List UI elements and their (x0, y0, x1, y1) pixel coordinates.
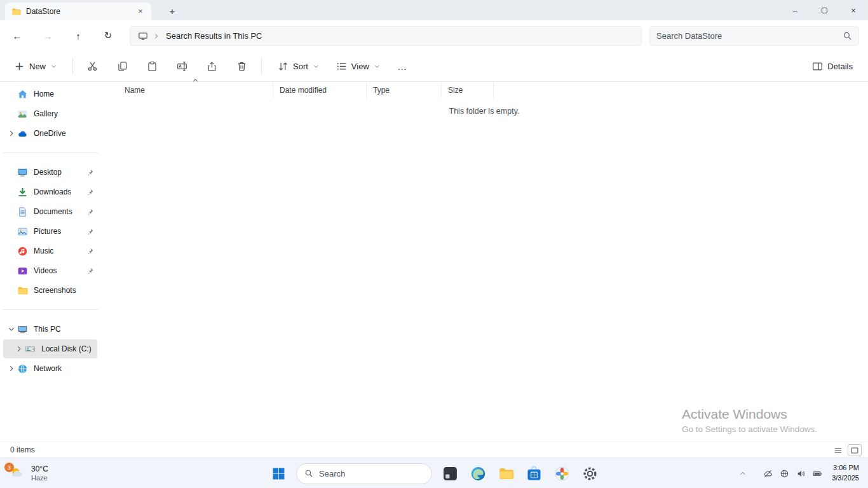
share-button[interactable] (200, 55, 224, 77)
details-pane-button[interactable]: Details (807, 55, 858, 77)
chevron-spacer (7, 187, 16, 196)
view-button[interactable]: View (330, 55, 386, 77)
pictures-icon (17, 226, 28, 237)
taskbar-center: Search (264, 458, 604, 488)
sidebar-item-desktop[interactable]: Desktop (3, 163, 97, 182)
pin-icon (86, 168, 94, 177)
new-tab-button[interactable]: + (164, 3, 180, 20)
search-icon[interactable] (843, 31, 852, 41)
sidebar-item-documents[interactable]: Documents (3, 202, 97, 221)
sidebar-item-label: Downloads (34, 187, 86, 196)
pinned-app-icon (442, 466, 458, 482)
battery-icon (813, 469, 822, 478)
more-options-button[interactable]: … (391, 55, 413, 77)
sidebar-item-label: Home (34, 90, 97, 98)
chevron-right-icon[interactable] (153, 32, 160, 40)
toolbar-separator (72, 58, 73, 74)
tab-close-button[interactable]: × (135, 6, 146, 17)
refresh-button[interactable]: ↻ (97, 25, 119, 46)
address-bar[interactable]: Search Results in This PC (130, 26, 642, 46)
pin-icon (86, 247, 94, 255)
settings-taskbar-button[interactable] (576, 458, 604, 488)
sidebar-item-screenshots[interactable]: Screenshots (3, 281, 97, 300)
store-icon (526, 466, 542, 482)
chevron-right-icon[interactable] (7, 129, 16, 138)
watermark-title: Activate Windows (682, 407, 817, 422)
chevron-spacer (7, 286, 16, 295)
sort-button[interactable]: Sort (272, 55, 325, 77)
disk-icon (25, 344, 36, 355)
sidebar-item-label: Desktop (34, 168, 86, 177)
sidebar-item-this-pc[interactable]: This PC (3, 320, 97, 339)
maximize-button[interactable] (810, 0, 839, 20)
chevron-right-icon[interactable] (15, 344, 24, 353)
sidebar-item-videos[interactable]: Videos (3, 261, 97, 280)
sidebar-separator (3, 309, 98, 310)
sidebar-item-downloads[interactable]: Downloads (3, 182, 97, 201)
store-taskbar-button[interactable] (520, 458, 548, 488)
sidebar-item-local-disk-c[interactable]: Local Disk (C:) (3, 339, 97, 358)
sidebar-item-pictures[interactable]: Pictures (3, 222, 97, 241)
column-header-date-modified[interactable]: Date modified (273, 83, 367, 98)
rename-button[interactable] (170, 55, 194, 77)
photos-taskbar-button[interactable] (548, 458, 576, 488)
file-explorer-taskbar-button[interactable] (492, 458, 520, 488)
forward-button[interactable]: → (37, 25, 58, 46)
battery-tray-button[interactable] (809, 464, 825, 482)
network-status-tray-button[interactable] (776, 464, 792, 482)
cut-icon (87, 61, 98, 72)
status-bar: 0 items (0, 442, 868, 458)
copy-button[interactable] (111, 55, 134, 77)
computer-icon (17, 324, 28, 335)
chevron-down-icon (374, 63, 381, 70)
taskbar-apps (436, 458, 604, 488)
edge-taskbar-button[interactable] (464, 458, 492, 488)
onedrive-offline-tray-button[interactable] (759, 464, 776, 482)
pin-icon (86, 208, 94, 216)
sidebar-item-label: Documents (34, 207, 86, 216)
back-button[interactable]: ← (6, 25, 28, 46)
sidebar-item-onedrive[interactable]: OneDrive (3, 124, 97, 143)
list-view-button[interactable] (831, 444, 845, 456)
chevron-right-icon[interactable] (7, 364, 16, 373)
sidebar-item-label: Gallery (34, 109, 97, 118)
chevron-down-icon[interactable] (7, 325, 16, 334)
pinned-app-taskbar-button[interactable] (436, 458, 464, 488)
new-button[interactable]: New (10, 55, 61, 77)
column-header-type[interactable]: Type (367, 83, 442, 98)
sidebar-item-gallery[interactable]: Gallery (3, 104, 97, 123)
volume-icon (796, 469, 806, 478)
rename-icon (177, 61, 187, 72)
sidebar-item-label: Videos (34, 266, 86, 275)
delete-button[interactable] (230, 55, 254, 77)
sidebar-item-network[interactable]: Network (3, 359, 97, 378)
chevron-spacer (7, 266, 16, 275)
search-box[interactable]: Search DataStore (649, 26, 859, 46)
taskbar-search[interactable]: Search (296, 463, 432, 484)
hidden-icons-button[interactable] (734, 464, 752, 482)
large-icons-view-button[interactable] (848, 444, 862, 456)
sidebar-item-music[interactable]: Music (3, 241, 97, 261)
cut-button[interactable] (81, 55, 104, 77)
paste-button[interactable] (140, 55, 164, 77)
start-button[interactable] (264, 458, 292, 488)
up-button[interactable]: ↑ (67, 25, 89, 46)
close-button[interactable]: × (839, 0, 868, 20)
sidebar-item-label: OneDrive (34, 129, 97, 138)
taskbar-clock[interactable]: 3:06 PM 3/3/2025 (832, 463, 859, 484)
weather-icon: 3 (9, 465, 25, 482)
sidebar-item-label: Local Disk (C:) (41, 344, 97, 353)
sidebar-item-home[interactable]: Home (3, 85, 97, 104)
column-header-size[interactable]: Size (442, 83, 494, 98)
weather-widget[interactable]: 3 30°C Haze (0, 458, 56, 488)
weather-condition: Haze (31, 474, 48, 483)
volume-tray-button[interactable] (792, 464, 809, 482)
tab-title: DataStore (26, 7, 135, 16)
minimize-button[interactable]: – (780, 0, 810, 20)
weather-text: 30°C Haze (31, 464, 48, 483)
paste-icon (147, 61, 158, 72)
windows-start-icon (272, 467, 285, 480)
column-header-name[interactable]: Name (118, 83, 273, 98)
list-view-icon (834, 446, 843, 455)
explorer-tab[interactable]: DataStore × (5, 3, 151, 20)
